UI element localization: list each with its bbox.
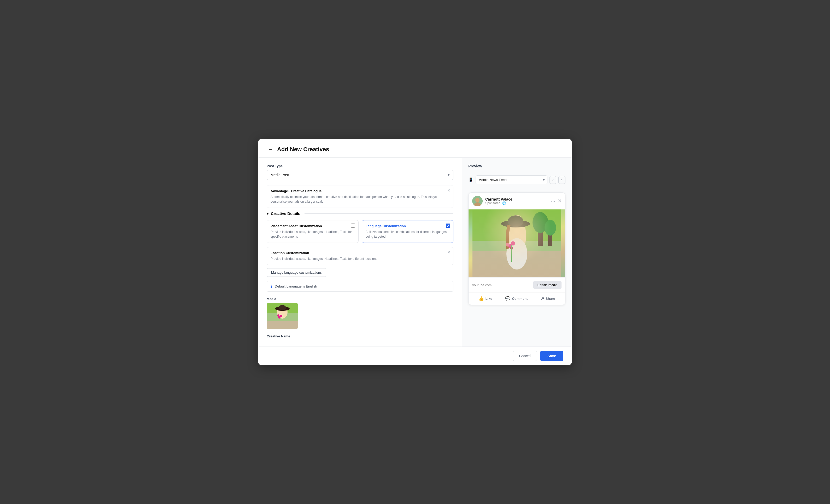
fb-sponsored: Sponsored ·🌐 <box>485 201 548 205</box>
modal-footer: Cancel Save <box>258 347 572 365</box>
fb-username: Carrnott Palace <box>485 197 548 201</box>
location-card-close-icon[interactable]: ✕ <box>447 250 450 255</box>
fb-cta-row: youtube.com Learn more <box>469 277 565 292</box>
avatar-icon <box>472 196 483 206</box>
info-icon: ℹ <box>270 284 272 289</box>
preview-controls: 📱 Mobile News Feed Desktop News Feed Ins… <box>468 176 566 184</box>
post-type-label: Post Type <box>267 164 453 168</box>
placement-card-title: Placement Asset Customization <box>270 224 355 228</box>
avatar <box>472 196 483 206</box>
preview-label: Preview <box>468 164 566 168</box>
default-language-text: Default Language is English <box>275 284 317 288</box>
section-divider <box>305 213 453 214</box>
media-thumbnail[interactable] <box>267 303 298 329</box>
fb-url: youtube.com <box>472 283 491 287</box>
default-language-bar: ℹ Default Language is English <box>267 281 453 292</box>
fb-card-preview: Carrnott Palace Sponsored ·🌐 ··· ✕ <box>468 192 566 305</box>
modal-header: ← Add New Creatives <box>258 139 572 158</box>
preview-next-button[interactable]: › <box>558 176 566 184</box>
learn-more-button[interactable]: Learn more <box>533 281 562 289</box>
media-section: Media <box>267 297 453 329</box>
svg-point-5 <box>279 305 286 310</box>
more-options-icon[interactable]: ··· <box>551 198 555 204</box>
location-card-desc: Provide individual assets, like Images, … <box>270 256 449 261</box>
comment-icon: 💬 <box>505 296 510 301</box>
feed-type-select[interactable]: Mobile News Feed Desktop News Feed Insta… <box>476 176 547 184</box>
location-card-title: Location Customization <box>270 251 449 255</box>
manage-language-button[interactable]: Manage language customizations <box>267 268 326 277</box>
modal-title: Add New Creatives <box>277 146 329 153</box>
like-button[interactable]: 👍 Like <box>476 295 496 302</box>
creative-details-title: Creative Details <box>271 211 300 216</box>
like-label: Like <box>485 297 492 301</box>
svg-point-8 <box>277 314 280 316</box>
creative-name-label: Creative Name <box>267 334 453 338</box>
placement-checkbox[interactable] <box>351 224 355 228</box>
right-panel: Preview 📱 Mobile News Feed Desktop News … <box>462 158 572 347</box>
svg-point-7 <box>280 315 282 317</box>
mobile-icon: 📱 <box>468 177 474 182</box>
comment-button[interactable]: 💬 Comment <box>502 295 531 302</box>
creative-details-chevron-down-icon: ▾ <box>267 211 269 216</box>
feed-type-select-wrapper: Mobile News Feed Desktop News Feed Insta… <box>476 176 547 184</box>
media-image <box>267 303 298 329</box>
advantage-card: Advantage+ Creative Catalogue Automatica… <box>267 185 453 208</box>
fb-reactions-row: 👍 Like 💬 Comment ↗ Share <box>469 292 565 305</box>
advantage-card-desc: Automatically optimise your ads format, … <box>270 194 449 204</box>
advantage-card-title: Advantage+ Creative Catalogue <box>270 189 449 193</box>
share-button[interactable]: ↗ Share <box>538 295 558 302</box>
svg-point-10 <box>475 198 480 202</box>
comment-label: Comment <box>512 297 528 301</box>
fb-card-actions: ··· ✕ <box>551 198 562 204</box>
language-card-desc: Build various creative combinations for … <box>365 229 450 239</box>
fb-post-image <box>469 210 565 277</box>
cancel-button[interactable]: Cancel <box>513 351 537 361</box>
language-card-title: Language Customization <box>365 224 450 228</box>
fb-image-overlay <box>469 210 565 277</box>
language-checkbox[interactable] <box>446 224 450 228</box>
customization-cards: Placement Asset Customization Provide in… <box>267 220 453 243</box>
location-card: Location Customization Provide individua… <box>267 247 453 265</box>
modal-body: Post Type Media Post Link Post Video Pos… <box>258 158 572 347</box>
post-type-select-wrapper: Media Post Link Post Video Post ▼ <box>267 170 453 180</box>
save-button[interactable]: Save <box>540 351 563 361</box>
advantage-card-close-icon[interactable]: ✕ <box>447 188 450 193</box>
sponsored-text: Sponsored <box>485 201 501 205</box>
share-label: Share <box>546 297 555 301</box>
fb-user-info: Carrnott Palace Sponsored ·🌐 <box>485 197 548 205</box>
media-label: Media <box>267 297 453 301</box>
placement-card-desc: Provide individual assets, like Images, … <box>270 229 355 239</box>
add-creatives-modal: ← Add New Creatives Post Type Media Post… <box>258 139 572 365</box>
creative-details-section-header[interactable]: ▾ Creative Details <box>267 211 453 216</box>
language-card: Language Customization Build various cre… <box>362 220 454 243</box>
fb-card-header: Carrnott Palace Sponsored ·🌐 ··· ✕ <box>469 193 565 210</box>
post-type-select[interactable]: Media Post Link Post Video Post <box>267 170 453 180</box>
media-image-svg <box>267 303 298 329</box>
share-icon: ↗ <box>541 296 544 301</box>
left-panel: Post Type Media Post Link Post Video Pos… <box>258 158 462 347</box>
thumbs-up-icon: 👍 <box>479 296 484 301</box>
back-button[interactable]: ← <box>267 145 274 153</box>
preview-prev-button[interactable]: ‹ <box>549 176 556 184</box>
globe-icon: ·🌐 <box>502 201 506 205</box>
placement-card: Placement Asset Customization Provide in… <box>267 220 359 243</box>
close-icon[interactable]: ✕ <box>557 198 562 204</box>
